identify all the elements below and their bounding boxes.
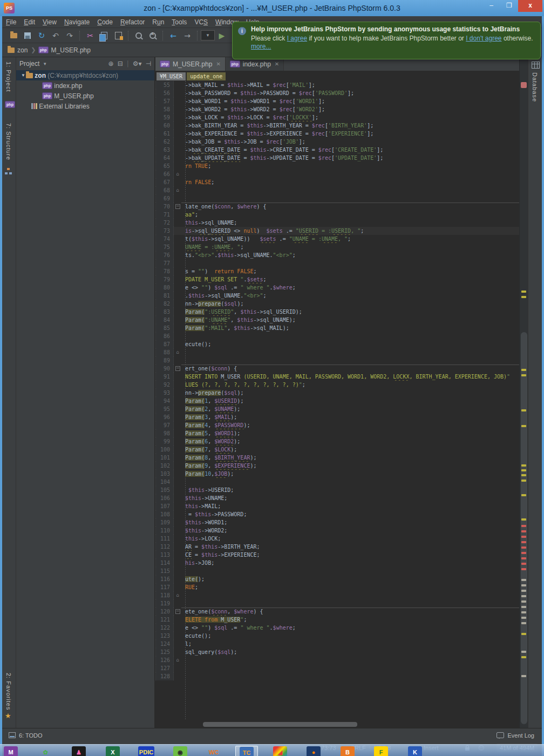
taskbar-app-firefox-icon[interactable]: ●	[303, 746, 324, 756]
fold-gutter[interactable]	[174, 510, 181, 518]
fold-gutter[interactable]	[174, 583, 181, 591]
code-viewport[interactable]: 55->bak_MAIL = $this->MAIL = $rec['MAIL'…	[155, 81, 519, 720]
disagree-link[interactable]: I don't agree	[466, 35, 501, 42]
tree-expand-arrow-icon[interactable]: ▼	[21, 73, 26, 78]
fold-gutter[interactable]	[174, 632, 181, 640]
title-bar[interactable]: PS zon - [C:¥xampp¥htdocs¥zon] - ...¥M_U…	[0, 0, 544, 16]
close-button[interactable]: x	[518, 0, 542, 12]
fold-gutter[interactable]	[174, 389, 181, 397]
save-icon[interactable]	[21, 30, 35, 42]
fold-gutter[interactable]	[174, 624, 181, 632]
fold-gutter[interactable]	[174, 575, 181, 583]
fold-gutter[interactable]	[174, 275, 181, 284]
fold-gutter[interactable]	[174, 470, 181, 478]
error-stripe[interactable]	[519, 57, 528, 728]
toolwindow-button-favorites[interactable]: 2: Favorites	[5, 673, 12, 710]
breadcrumb-project[interactable]: zon	[17, 46, 28, 54]
menu-item-view[interactable]: View	[39, 18, 60, 26]
taskbar-app-plant-icon[interactable]: ✿	[35, 746, 56, 756]
fold-open-icon[interactable]	[175, 609, 180, 614]
fold-gutter[interactable]	[174, 105, 181, 113]
fold-gutter[interactable]	[174, 454, 181, 462]
taskbar-app-excel-icon[interactable]: X	[102, 746, 124, 756]
fold-gutter[interactable]	[174, 332, 181, 340]
taskbar-app-pdic-icon[interactable]: PDIC	[135, 746, 157, 756]
fold-gutter[interactable]	[174, 616, 181, 624]
fold-open-icon[interactable]	[175, 204, 180, 209]
fold-gutter[interactable]	[174, 235, 181, 243]
fold-gutter[interactable]	[174, 486, 181, 494]
fold-gutter[interactable]	[174, 284, 181, 292]
fold-gutter[interactable]	[174, 81, 181, 89]
tree-item-zon[interactable]: ▼ zon (C:¥xampp¥htdocs¥zon)	[16, 70, 154, 80]
taskbar-app-key-icon[interactable]: K	[404, 746, 426, 756]
fold-gutter[interactable]	[174, 664, 181, 672]
fold-gutter[interactable]	[174, 211, 181, 219]
fold-gutter[interactable]	[174, 640, 181, 648]
fold-gutter[interactable]	[174, 494, 181, 502]
fold-end-icon[interactable]: ⌂	[176, 350, 179, 355]
gear-icon[interactable]: ⚙▾	[133, 60, 142, 68]
fold-gutter[interactable]	[174, 97, 181, 105]
fold-gutter[interactable]	[174, 356, 181, 364]
fold-gutter[interactable]	[174, 648, 181, 656]
fold-gutter[interactable]	[174, 397, 181, 405]
undo-icon[interactable]: ↶	[49, 30, 63, 42]
cut-icon[interactable]: ✂	[83, 30, 97, 42]
fold-gutter[interactable]	[174, 518, 181, 526]
fold-gutter[interactable]	[174, 373, 181, 381]
fold-end-icon[interactable]: ⌂	[176, 188, 179, 193]
chevron-down-icon[interactable]: ▼	[43, 62, 47, 66]
menu-item-vcs[interactable]: VCS	[191, 18, 212, 26]
fold-gutter[interactable]	[174, 551, 181, 559]
fold-gutter[interactable]	[174, 259, 181, 267]
more-link[interactable]: more...	[251, 43, 271, 50]
fold-gutter[interactable]: ⌂	[174, 656, 181, 664]
find-icon[interactable]	[132, 30, 146, 42]
fold-gutter[interactable]	[174, 502, 181, 510]
vertical-scrollbar-thumb[interactable]	[521, 332, 527, 724]
fold-gutter[interactable]	[174, 543, 181, 551]
fold-gutter[interactable]	[174, 421, 181, 429]
fold-open-icon[interactable]	[175, 366, 180, 371]
maximize-button[interactable]: ❐	[500, 0, 518, 12]
locate-icon[interactable]: ⊕	[108, 60, 114, 68]
fold-gutter[interactable]	[174, 113, 181, 122]
structure-icon[interactable]	[5, 168, 12, 176]
taskbar-app-wc-icon[interactable]: WC	[203, 746, 225, 756]
menu-item-run[interactable]: Run	[148, 18, 168, 26]
fold-gutter[interactable]	[174, 194, 181, 202]
fold-gutter[interactable]: ⌂	[174, 348, 181, 356]
fold-gutter[interactable]	[174, 599, 181, 608]
fold-gutter[interactable]	[174, 478, 181, 486]
taskbar-app-b-icon[interactable]: B	[337, 746, 358, 756]
fold-end-icon[interactable]: ⌂	[176, 593, 179, 598]
taskbar-app-m-icon[interactable]: M	[0, 746, 22, 756]
php-project-icon[interactable]	[5, 100, 15, 108]
table-icon[interactable]	[532, 62, 540, 70]
fold-gutter[interactable]	[174, 413, 181, 421]
windows-taskbar[interactable]: M✿♟XPDIC◉WCTC◢●BFK	[0, 744, 544, 756]
fold-gutter[interactable]	[174, 324, 181, 332]
fold-gutter[interactable]	[174, 162, 181, 170]
fold-gutter[interactable]	[174, 178, 181, 186]
fold-end-icon[interactable]: ⌂	[176, 658, 179, 663]
fold-gutter[interactable]	[174, 251, 181, 259]
paste-icon[interactable]	[111, 30, 125, 42]
fold-gutter[interactable]	[174, 243, 181, 251]
fold-gutter[interactable]: ⌂	[174, 186, 181, 194]
forward-icon[interactable]: →	[180, 30, 194, 42]
collapse-all-icon[interactable]: ⊟	[118, 60, 123, 68]
tree-item-index-php[interactable]: index.php	[16, 80, 154, 91]
breadcrumb-chip-update-one[interactable]: update_one	[187, 72, 226, 80]
menu-item-navigate[interactable]: Navigate	[60, 18, 93, 26]
open-folder-icon[interactable]	[6, 30, 21, 42]
fold-gutter[interactable]	[174, 526, 181, 535]
fold-gutter[interactable]	[174, 130, 181, 138]
menu-item-file[interactable]: File	[2, 18, 20, 26]
breadcrumb-file[interactable]: M_USER.php	[51, 46, 91, 54]
taskbar-app-rainbow-icon[interactable]: ◢	[269, 746, 291, 756]
fold-gutter[interactable]	[174, 316, 181, 324]
fold-gutter[interactable]	[174, 405, 181, 413]
toolwindow-button-event-log[interactable]: Event Log	[507, 732, 534, 739]
